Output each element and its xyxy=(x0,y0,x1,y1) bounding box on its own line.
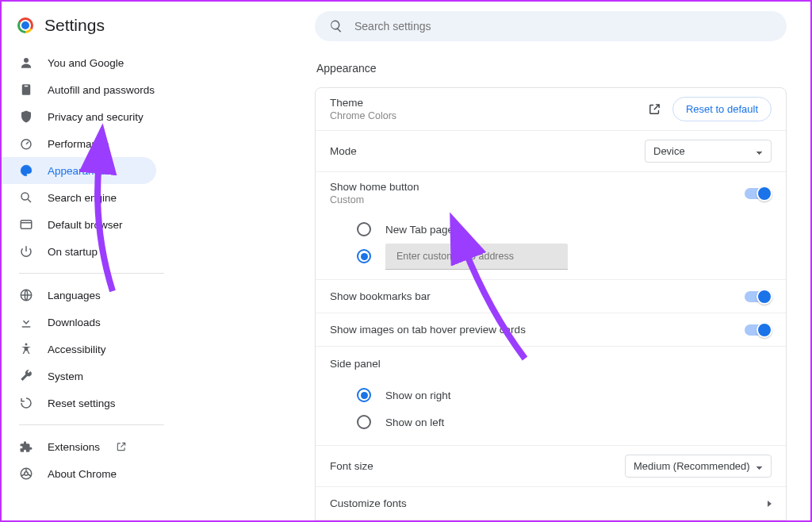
mode-label: Mode xyxy=(330,145,357,157)
sidebar-item-privacy[interactable]: Privacy and security xyxy=(2,103,196,130)
accessibility-icon xyxy=(19,342,33,356)
sidebar-item-label: Autofill and passwords xyxy=(48,84,155,96)
section-heading: Appearance xyxy=(316,62,787,75)
svg-point-7 xyxy=(25,472,29,476)
search-icon xyxy=(19,190,33,205)
sidebar-item-label: Appearance xyxy=(48,165,105,177)
radio-show-on-left[interactable]: Show on left xyxy=(357,409,772,436)
sidebar-nav-primary: You and Google Autofill and passwords Pr… xyxy=(2,49,196,487)
sidebar-item-appearance[interactable]: Appearance xyxy=(2,157,156,184)
sidebar-item-accessibility[interactable]: Accessibility xyxy=(2,336,196,363)
extension-icon xyxy=(19,439,33,454)
sidebar-item-reset[interactable]: Reset settings xyxy=(2,390,196,416)
sidebar-item-you-and-google[interactable]: You and Google xyxy=(2,49,196,76)
reset-to-default-button[interactable]: Reset to default xyxy=(672,97,772,121)
sidebar-item-label: Default browser xyxy=(48,219,123,231)
sidebar-divider xyxy=(19,273,164,274)
shield-icon xyxy=(19,109,33,124)
external-link-icon[interactable] xyxy=(648,102,661,116)
radio-custom-address[interactable] xyxy=(357,243,772,270)
radio-icon xyxy=(357,388,371,402)
home-button-radios: New Tab page xyxy=(316,214,786,280)
sidebar-item-label: Reset settings xyxy=(48,397,116,409)
main-content: Appearance Theme Chrome Colors Reset to … xyxy=(196,2,810,520)
page-title: Settings xyxy=(44,16,105,35)
search-icon xyxy=(329,19,343,33)
svg-point-5 xyxy=(25,344,28,346)
sidebar-item-label: You and Google xyxy=(48,57,124,69)
sidebar-item-system[interactable]: System xyxy=(2,363,196,390)
radio-label: New Tab page xyxy=(385,224,454,236)
customize-fonts-label: Customize fonts xyxy=(330,497,407,509)
clipboard-icon xyxy=(19,83,33,97)
side-panel-label: Side panel xyxy=(330,358,381,370)
font-size-label: Font size xyxy=(330,460,373,472)
custom-address-input[interactable] xyxy=(385,244,568,270)
row-home-button: Show home button Custom xyxy=(316,172,786,214)
sidebar-item-default-browser[interactable]: Default browser xyxy=(2,211,196,238)
chrome-icon xyxy=(19,466,33,481)
sidebar-item-label: Languages xyxy=(48,290,101,301)
row-tab-hover-images: Show images on tab hover preview cards xyxy=(316,313,786,347)
radio-icon xyxy=(357,249,371,263)
radio-new-tab-page[interactable]: New Tab page xyxy=(357,216,772,243)
bookmarks-label: Show bookmarks bar xyxy=(330,290,431,302)
sidebar-item-downloads[interactable]: Downloads xyxy=(2,309,196,336)
reset-icon xyxy=(19,396,33,410)
side-panel-radios: Show on right Show on left xyxy=(316,380,786,446)
header: Settings xyxy=(2,11,196,44)
row-theme[interactable]: Theme Chrome Colors Reset to default xyxy=(316,88,786,131)
sidebar-item-label: System xyxy=(48,370,83,382)
sidebar-item-extensions[interactable]: Extensions xyxy=(2,433,196,460)
hover-label: Show images on tab hover preview cards xyxy=(330,324,526,336)
sidebar-divider xyxy=(19,424,164,425)
search-input[interactable] xyxy=(353,19,772,33)
svg-point-2 xyxy=(21,193,29,200)
sidebar-item-label: About Chrome xyxy=(48,468,117,480)
sidebar-item-about-chrome[interactable]: About Chrome xyxy=(2,460,196,487)
person-icon xyxy=(19,56,33,70)
browser-icon xyxy=(19,217,33,232)
sidebar-item-label: Downloads xyxy=(48,317,101,328)
radio-label: Show on right xyxy=(385,390,451,401)
sidebar-item-languages[interactable]: Languages xyxy=(2,282,196,309)
row-customize-fonts[interactable]: Customize fonts xyxy=(316,487,786,520)
sidebar-item-label: Extensions xyxy=(48,441,100,453)
external-link-icon xyxy=(116,441,127,452)
home-button-label: Show home button xyxy=(330,181,419,193)
row-font-size: Font size Medium (Recommended) xyxy=(316,446,786,487)
sidebar-item-label: Accessibility xyxy=(48,344,106,355)
chevron-right-icon xyxy=(768,501,772,507)
search-bar[interactable] xyxy=(315,11,787,41)
palette-icon xyxy=(19,163,33,178)
sidebar-item-label: On startup xyxy=(48,246,98,258)
radio-icon xyxy=(357,415,371,429)
download-icon xyxy=(19,315,33,329)
sidebar: Settings You and Google Autofill and pas… xyxy=(2,2,196,520)
sidebar-item-on-startup[interactable]: On startup xyxy=(2,238,196,265)
radio-label: Show on left xyxy=(385,416,444,428)
globe-icon xyxy=(19,288,33,302)
radio-icon xyxy=(357,222,371,236)
radio-show-on-right[interactable]: Show on right xyxy=(357,382,772,409)
sidebar-item-search-engine[interactable]: Search engine xyxy=(2,184,196,211)
home-button-sub: Custom xyxy=(330,194,419,205)
appearance-card: Theme Chrome Colors Reset to default Mod… xyxy=(315,87,787,522)
home-button-toggle[interactable] xyxy=(745,188,772,199)
mode-select[interactable]: Device xyxy=(645,140,772,163)
chrome-logo-icon xyxy=(17,17,33,33)
theme-label: Theme xyxy=(330,97,396,109)
svg-point-0 xyxy=(24,58,29,63)
hover-toggle[interactable] xyxy=(745,324,772,336)
sidebar-item-label: Privacy and security xyxy=(48,111,144,123)
speed-icon xyxy=(19,136,33,151)
sidebar-item-autofill[interactable]: Autofill and passwords xyxy=(2,76,196,103)
power-icon xyxy=(19,244,33,259)
wrench-icon xyxy=(19,369,33,383)
row-bookmarks-bar: Show bookmarks bar xyxy=(316,280,786,313)
sidebar-item-performance[interactable]: Performance xyxy=(2,130,196,157)
sidebar-item-label: Search engine xyxy=(48,192,117,204)
bookmarks-toggle[interactable] xyxy=(745,291,772,302)
row-mode: Mode Device xyxy=(316,131,786,172)
font-size-select[interactable]: Medium (Recommended) xyxy=(625,455,772,478)
